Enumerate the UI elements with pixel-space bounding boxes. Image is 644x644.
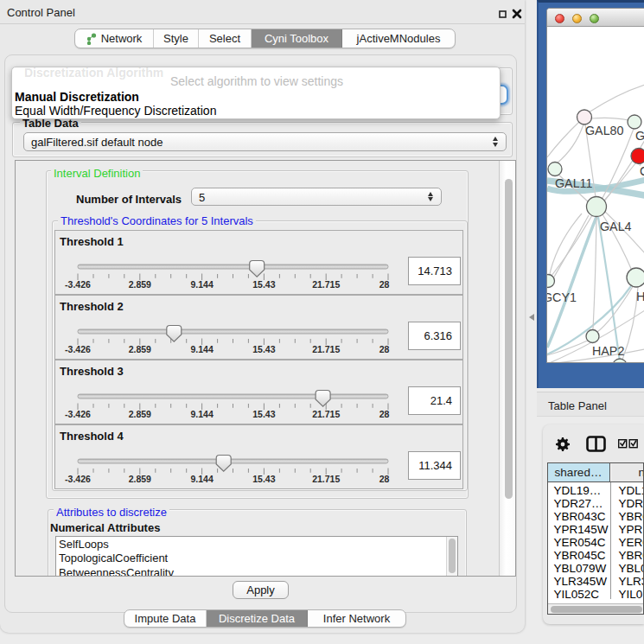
svg-text:15.43: 15.43	[252, 474, 275, 484]
svg-text:H: H	[636, 290, 644, 303]
svg-text:HAP2: HAP2	[592, 344, 624, 358]
svg-text:-3.426: -3.426	[65, 279, 91, 290]
svg-text:15.43: 15.43	[252, 279, 275, 290]
svg-text:C: C	[640, 164, 644, 178]
svg-text:9.144: 9.144	[190, 409, 213, 419]
svg-text:2.859: 2.859	[129, 344, 151, 354]
svg-text:28: 28	[379, 344, 390, 354]
svg-text:28: 28	[379, 409, 390, 419]
svg-text:21.715: 21.715	[312, 344, 340, 354]
svg-text:2.859: 2.859	[129, 409, 151, 419]
svg-text:9.144: 9.144	[190, 344, 213, 354]
svg-text:28: 28	[379, 279, 390, 290]
svg-text:-3.426: -3.426	[65, 344, 91, 354]
svg-text:GAL11: GAL11	[555, 176, 592, 190]
svg-text:GAL80: GAL80	[585, 124, 624, 137]
svg-text:9.144: 9.144	[190, 279, 213, 290]
svg-text:GCY1: GCY1	[547, 290, 577, 304]
svg-text:15.43: 15.43	[252, 344, 275, 354]
svg-text:2.859: 2.859	[129, 474, 151, 484]
svg-text:2.859: 2.859	[129, 279, 151, 290]
svg-text:9.144: 9.144	[190, 474, 213, 484]
svg-text:GAL: GAL	[635, 129, 644, 143]
svg-text:21.715: 21.715	[312, 409, 340, 419]
svg-text:21.715: 21.715	[312, 474, 340, 484]
svg-text:GAL4: GAL4	[600, 220, 632, 233]
svg-text:-3.426: -3.426	[65, 474, 91, 484]
svg-text:28: 28	[379, 474, 390, 484]
svg-text:-3.426: -3.426	[65, 409, 91, 419]
svg-text:15.43: 15.43	[252, 409, 275, 419]
svg-text:21.715: 21.715	[312, 279, 340, 290]
